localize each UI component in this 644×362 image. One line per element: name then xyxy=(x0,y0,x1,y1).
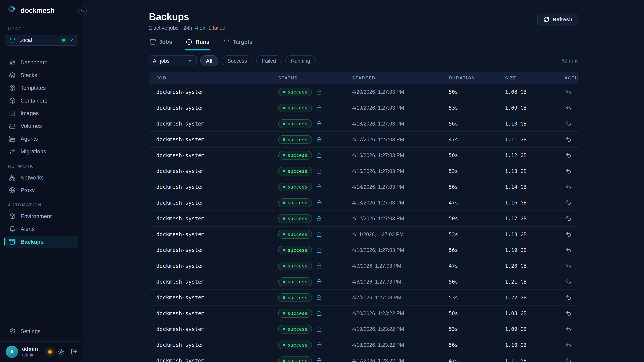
restore-button[interactable] xyxy=(564,167,572,175)
table-row: dockmesh-system success 4/15/2026, 1:27:… xyxy=(149,163,578,179)
nav-section-label: NETWORK xyxy=(5,164,78,169)
undo-icon xyxy=(565,295,572,301)
run-job-name: dockmesh-system xyxy=(156,215,278,222)
sidebar-item-migrations[interactable]: Migrations xyxy=(5,145,78,158)
sidebar-item-alerts[interactable]: Alerts xyxy=(5,223,78,235)
tab-targets[interactable]: Targets xyxy=(222,38,253,50)
theme-toggle-button[interactable] xyxy=(58,349,64,355)
filter-chip-running[interactable]: Running xyxy=(285,55,316,66)
sun-icon xyxy=(58,349,64,355)
sidebar-item-proxy[interactable]: Proxy xyxy=(5,184,78,196)
restore-button[interactable] xyxy=(564,104,572,112)
run-size: 1.19 GB xyxy=(505,247,564,253)
sidebar-item-agents[interactable]: Agents xyxy=(5,133,78,145)
page-title: Backups xyxy=(149,11,226,22)
status-dot xyxy=(283,312,285,315)
restore-button[interactable] xyxy=(564,120,572,128)
sidebar: dockmesh HOST Local DashboardStacksTempl… xyxy=(0,0,83,362)
user-row: A admin admin xyxy=(0,341,83,362)
restore-button[interactable] xyxy=(564,357,572,362)
run-size: 1.11 GB xyxy=(505,137,564,142)
sidebar-item-settings[interactable]: Settings xyxy=(5,325,78,337)
job-filter-select[interactable]: All jobs xyxy=(149,55,196,66)
run-started: 4/7/2026, 1:27:03 PM xyxy=(352,295,449,301)
restore-button[interactable] xyxy=(564,215,572,223)
dashboard-icon xyxy=(9,59,16,66)
status-badge: success xyxy=(278,88,312,96)
sidebar-item-environment[interactable]: Environment xyxy=(5,210,78,222)
run-started: 4/17/2026, 1:27:03 PM xyxy=(352,137,449,142)
tab-targets-label: Targets xyxy=(233,39,252,45)
run-job-name: dockmesh-system xyxy=(156,247,278,253)
run-job-name: dockmesh-system xyxy=(156,200,278,206)
restore-button[interactable] xyxy=(564,199,572,207)
restore-button[interactable] xyxy=(564,278,572,286)
restore-button[interactable] xyxy=(564,88,572,96)
avatar: A xyxy=(6,346,18,358)
hard-drive-icon xyxy=(224,39,230,45)
restore-button[interactable] xyxy=(564,136,572,143)
run-duration: 56s xyxy=(448,121,505,127)
host-selector[interactable]: Local xyxy=(5,35,78,46)
run-size: 1.12 GB xyxy=(505,152,564,158)
sidebar-item-containers[interactable]: Containers xyxy=(5,94,78,107)
tab-runs[interactable]: Runs xyxy=(185,38,210,50)
host-name: Local xyxy=(19,37,58,43)
sidebar-item-images[interactable]: Images xyxy=(5,107,78,119)
status-badge: success xyxy=(278,183,312,191)
run-job-name: dockmesh-system xyxy=(156,120,278,127)
sidebar-collapse-button[interactable] xyxy=(78,6,87,15)
status-badge-label: success xyxy=(288,137,308,142)
undo-icon xyxy=(565,358,572,362)
status-badge: success xyxy=(278,262,312,270)
lock-icon xyxy=(316,342,322,348)
undo-icon xyxy=(565,89,572,95)
table-row: dockmesh-system success 4/16/2026, 1:27:… xyxy=(149,147,578,163)
restore-button[interactable] xyxy=(564,262,572,270)
refresh-button[interactable]: Refresh xyxy=(537,13,578,25)
restore-button[interactable] xyxy=(564,325,572,333)
sidebar-item-stacks[interactable]: Stacks xyxy=(5,69,78,81)
restore-button[interactable] xyxy=(564,246,572,254)
status-badge: success xyxy=(278,293,312,302)
status-dot xyxy=(283,344,285,346)
table-row: dockmesh-system success 4/18/2026, 1:23:… xyxy=(149,337,578,353)
restore-button[interactable] xyxy=(564,341,572,349)
lock-icon xyxy=(316,89,322,95)
lock-icon xyxy=(316,216,322,221)
table-row: dockmesh-system success 4/11/2026, 1:27:… xyxy=(149,226,578,242)
restore-button[interactable] xyxy=(564,294,572,302)
undo-icon xyxy=(565,247,572,253)
undo-icon xyxy=(565,168,572,174)
sidebar-item-backups[interactable]: Backups xyxy=(5,236,78,248)
table-row: dockmesh-system success 4/18/2026, 1:27:… xyxy=(149,116,578,131)
restore-button[interactable] xyxy=(564,151,572,159)
table-row: dockmesh-system success 4/9/2026, 1:27:0… xyxy=(149,258,578,274)
sidebar-item-networks[interactable]: Networks xyxy=(5,171,78,184)
restore-button[interactable] xyxy=(564,309,572,317)
run-started: 4/17/2026, 1:23:22 PM xyxy=(352,358,449,362)
status-badge-label: success xyxy=(288,343,308,348)
status-badge-label: success xyxy=(288,358,308,362)
status-filter-chips: AllSuccessFailedRunning xyxy=(200,55,316,66)
backups-icon xyxy=(9,239,16,245)
sidebar-item-dashboard[interactable]: Dashboard xyxy=(5,56,78,68)
restore-button[interactable] xyxy=(564,183,572,191)
filter-chip-all[interactable]: All xyxy=(200,55,218,66)
agents-icon xyxy=(9,136,16,142)
runs-table: JOB STATUS STARTED DURATION SIZE ACTIONS… xyxy=(149,72,578,362)
tab-jobs[interactable]: Jobs xyxy=(149,38,173,50)
filter-chip-success[interactable]: Success xyxy=(222,55,252,66)
undo-icon xyxy=(565,121,572,127)
sidebar-item-label: Containers xyxy=(20,97,47,104)
status-dot xyxy=(283,249,285,251)
filter-chip-failed[interactable]: Failed xyxy=(256,55,282,66)
table-row: dockmesh-system success 4/13/2026, 1:27:… xyxy=(149,195,578,210)
sidebar-item-volumes[interactable]: Volumes xyxy=(5,120,78,132)
run-size: 1.13 GB xyxy=(505,168,564,174)
status-dot xyxy=(283,281,285,283)
restore-button[interactable] xyxy=(564,230,572,238)
logout-button[interactable] xyxy=(71,349,77,355)
sidebar-item-templates[interactable]: Templates xyxy=(5,82,78,94)
user-name: admin xyxy=(22,346,44,352)
